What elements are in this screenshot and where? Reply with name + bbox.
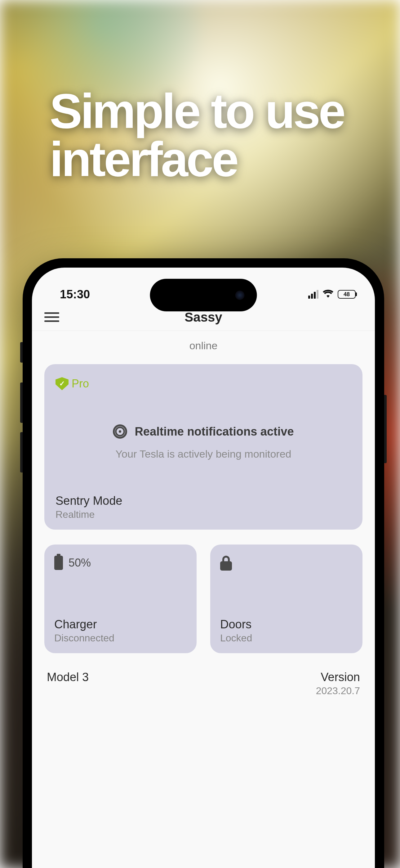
status-icons: 48 bbox=[308, 289, 356, 300]
cellular-signal-icon bbox=[308, 290, 319, 299]
version-label: Version bbox=[316, 671, 360, 684]
card-sublabel: Locked bbox=[220, 632, 353, 644]
side-button bbox=[20, 382, 23, 423]
battery-indicator: 48 bbox=[338, 290, 356, 299]
connection-status: online bbox=[44, 340, 363, 352]
dynamic-island bbox=[150, 279, 257, 311]
charger-card[interactable]: 50% Charger Disconnected bbox=[44, 545, 197, 653]
marketing-headline: Simple to use interface bbox=[49, 87, 344, 183]
footer-row: Model 3 Version 2023.20.7 bbox=[44, 671, 363, 696]
phone-screen: 15:30 48 Sassy online bbox=[32, 268, 375, 868]
pro-badge: Pro bbox=[56, 377, 351, 390]
side-button bbox=[20, 432, 23, 472]
card-label: Charger bbox=[54, 618, 187, 631]
side-button bbox=[384, 395, 387, 463]
card-label: Sentry Mode bbox=[56, 494, 351, 507]
version-value: 2023.20.7 bbox=[316, 685, 360, 696]
battery-percent: 48 bbox=[343, 291, 350, 298]
phone-frame: 15:30 48 Sassy online bbox=[23, 258, 384, 868]
headline-line-2: interface bbox=[49, 135, 344, 183]
app-title: Sassy bbox=[32, 310, 375, 325]
cards-row: 50% Charger Disconnected bbox=[44, 545, 363, 653]
target-icon bbox=[113, 424, 127, 439]
vehicle-model: Model 3 bbox=[47, 671, 89, 696]
sentry-mode-card[interactable]: Pro Realtime notifications active Your T… bbox=[44, 364, 363, 530]
side-button bbox=[20, 342, 23, 363]
notification-row: Realtime notifications active bbox=[56, 424, 351, 439]
notification-subtitle: Your Tesla is actively being monitored bbox=[56, 448, 351, 460]
card-label: Doors bbox=[220, 618, 353, 631]
main-content: online Pro Realtime notifications active… bbox=[32, 331, 375, 696]
card-sublabel: Realtime bbox=[56, 509, 351, 520]
notification-title: Realtime notifications active bbox=[135, 425, 294, 438]
headline-line-1: Simple to use bbox=[49, 87, 344, 135]
status-time: 15:30 bbox=[60, 288, 90, 301]
pro-label: Pro bbox=[72, 377, 89, 390]
camera-dot bbox=[235, 290, 245, 300]
battery-percent-value: 50% bbox=[69, 556, 91, 569]
battery-icon bbox=[54, 556, 63, 570]
card-sublabel: Disconnected bbox=[54, 632, 187, 644]
doors-card[interactable]: Doors Locked bbox=[210, 545, 363, 653]
lock-icon bbox=[220, 556, 232, 570]
shield-check-icon bbox=[56, 377, 69, 390]
wifi-icon bbox=[323, 289, 333, 300]
